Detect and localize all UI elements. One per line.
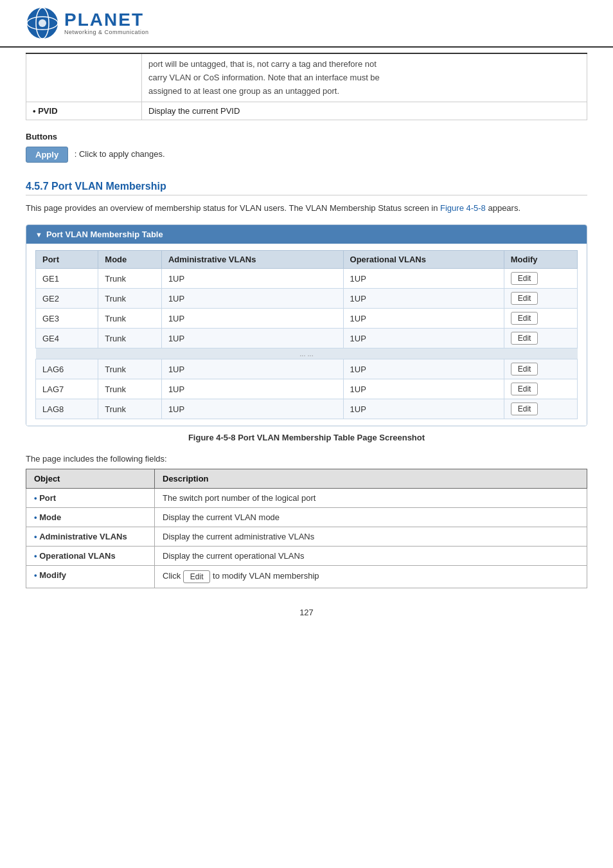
section-457-heading: 4.5.7 Port VLAN Membership [26, 181, 587, 195]
field-object: • Port [26, 489, 155, 508]
cell-port: GE4 [36, 329, 98, 348]
cell-port: GE2 [36, 289, 98, 309]
field-obj-label: Operational VLANs [39, 551, 115, 561]
pvid-label: PVID [38, 106, 57, 116]
svg-point-3 [39, 19, 46, 27]
cell-port: GE3 [36, 309, 98, 329]
cell-oper-vlans: 1UP [343, 359, 504, 379]
fields-table-row: • Port The switch port number of the log… [26, 489, 587, 508]
cell-port: GE1 [36, 269, 98, 289]
section-desc-text2: appears. [488, 203, 520, 213]
field-object: • Administrative VLANs [26, 527, 155, 547]
figure-458-caption: Figure 4-5-8 Port VLAN Membership Table … [26, 433, 587, 442]
logo-text: PLANET Networking & Communication [64, 11, 149, 35]
cell-modify: Edit [504, 309, 577, 329]
field-object: • Operational VLANs [26, 547, 155, 566]
cell-admin-vlans: 1UP [161, 269, 343, 289]
cell-oper-vlans: 1UP [343, 379, 504, 399]
edit-button[interactable]: Edit [511, 363, 538, 375]
field-obj-label: Port [39, 493, 56, 503]
cell-mode: Trunk [98, 289, 162, 309]
edit-button[interactable]: Edit [511, 332, 538, 345]
cell-modify: Edit [504, 269, 577, 289]
field-desc: Display the current administrative VLANs [155, 527, 587, 547]
edit-button[interactable]: Edit [511, 402, 538, 415]
fields-col-object: Object [26, 469, 155, 489]
cell-admin-vlans: 1UP [161, 309, 343, 329]
vlan-table-header-row: Port Mode Administrative VLANs Operation… [36, 251, 578, 269]
vlan-table-title: Port VLAN Membership Table [46, 230, 163, 239]
field-obj-label: Mode [39, 512, 61, 522]
logo-sub: Networking & Communication [64, 29, 149, 35]
cell-modify: Edit [504, 359, 577, 379]
cell-port: LAG6 [36, 359, 98, 379]
col-port: Port [36, 251, 98, 269]
cell-mode: Trunk [98, 309, 162, 329]
vlan-table-row: LAG7 Trunk 1UP 1UP Edit [36, 379, 578, 399]
cell-admin-vlans: 1UP [161, 379, 343, 399]
logo: PLANET Networking & Communication [26, 6, 149, 40]
apply-description: : Click to apply changes. [75, 149, 165, 159]
top-description-table: port will be untagged, that is, not carr… [26, 53, 587, 120]
section-457-desc: This page provides an overview of member… [26, 202, 587, 215]
fields-table-row: • Modify Click Edit to modify VLAN membe… [26, 566, 587, 588]
edit-button[interactable]: Edit [511, 312, 538, 325]
vlan-table-row: GE1 Trunk 1UP 1UP Edit [36, 269, 578, 289]
cell-admin-vlans: 1UP [161, 329, 343, 348]
vlan-table-row: GE3 Trunk 1UP 1UP Edit [36, 309, 578, 329]
edit-button[interactable]: Edit [511, 272, 538, 285]
col-modify: Modify [504, 251, 577, 269]
cell-port: LAG8 [36, 399, 98, 419]
fields-table-row: • Operational VLANs Display the current … [26, 547, 587, 566]
col-mode: Mode [98, 251, 162, 269]
pvid-row: • PVID Display the current PVID [26, 102, 587, 120]
page-number: 127 [26, 608, 587, 617]
pvid-label-cell: • PVID [26, 102, 142, 120]
figure-458-link[interactable]: Figure 4-5-8 [440, 203, 486, 213]
field-obj-label: Administrative VLANs [39, 532, 127, 541]
vlan-table-row: GE2 Trunk 1UP 1UP Edit [36, 289, 578, 309]
field-obj-label: Modify [39, 570, 66, 580]
cell-oper-vlans: 1UP [343, 399, 504, 419]
untagged-row: port will be untagged, that is, not carr… [26, 53, 587, 102]
edit-btn-inline[interactable]: Edit [183, 570, 211, 583]
buttons-section: Buttons Apply : Click to apply changes. [26, 132, 587, 163]
collapse-icon[interactable]: ▼ [35, 231, 42, 239]
logo-name: PLANET [64, 11, 149, 29]
fields-header-row: Object Description [26, 469, 587, 489]
cell-mode: Trunk [98, 269, 162, 289]
cell-mode: Trunk [98, 379, 162, 399]
field-desc: The switch port number of the logical po… [155, 489, 587, 508]
vlan-table-inner: Port Mode Administrative VLANs Operation… [26, 244, 587, 426]
fields-intro: The page includes the following fields: [26, 454, 587, 464]
vlan-table-row: LAG8 Trunk 1UP 1UP Edit [36, 399, 578, 419]
apply-button[interactable]: Apply [26, 147, 68, 163]
planet-logo-icon [26, 6, 59, 40]
cell-modify: Edit [504, 399, 577, 419]
fields-table-row: • Mode Display the current VLAN mode [26, 508, 587, 527]
col-oper-vlans: Operational VLANs [343, 251, 504, 269]
field-desc: Display the current operational VLANs [155, 547, 587, 566]
untagged-desc-cell: port will be untagged, that is, not carr… [142, 53, 587, 102]
field-desc: Display the current VLAN mode [155, 508, 587, 527]
fields-table-row: • Administrative VLANs Display the curre… [26, 527, 587, 547]
edit-button[interactable]: Edit [511, 292, 538, 305]
untagged-text-2: carry VLAN or CoS information. Note that… [148, 71, 580, 85]
cell-oper-vlans: 1UP [343, 289, 504, 309]
edit-button[interactable]: Edit [511, 383, 538, 395]
cell-mode: Trunk [98, 359, 162, 379]
page-header: PLANET Networking & Communication [0, 0, 613, 48]
field-desc: Click Edit to modify VLAN membership [155, 566, 587, 588]
cell-modify: Edit [504, 379, 577, 399]
fields-description-table: Object Description • Port The switch por… [26, 469, 587, 588]
cell-oper-vlans: 1UP [343, 309, 504, 329]
buttons-heading: Buttons [26, 132, 587, 141]
cell-mode: Trunk [98, 399, 162, 419]
pvid-desc-cell: Display the current PVID [142, 102, 587, 120]
untagged-text-3: assigned to at least one group as an unt… [148, 85, 580, 98]
cell-admin-vlans: 1UP [161, 399, 343, 419]
cell-oper-vlans: 1UP [343, 329, 504, 348]
cell-modify: Edit [504, 329, 577, 348]
vlan-membership-table-container: ▼ Port VLAN Membership Table Port Mode A… [26, 224, 587, 426]
apply-row: Apply : Click to apply changes. [26, 147, 587, 163]
